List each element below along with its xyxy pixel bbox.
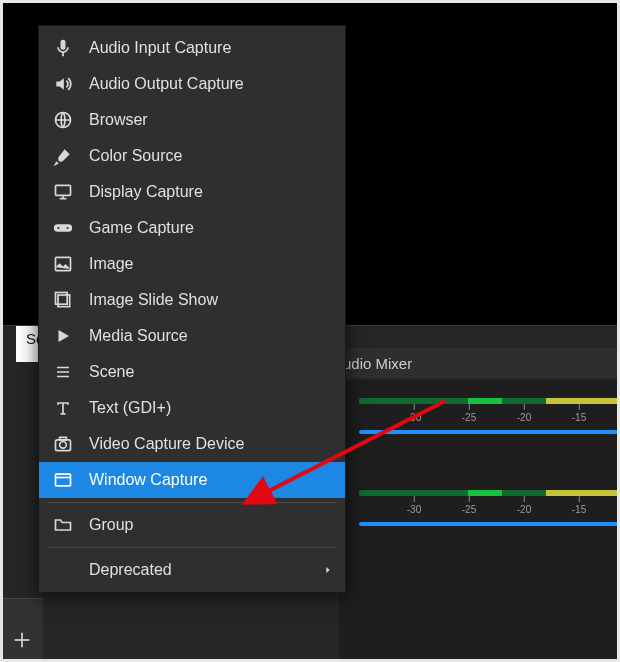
window-icon bbox=[51, 468, 75, 492]
menu-item-window-capture[interactable]: Window Capture bbox=[39, 462, 345, 498]
slideshow-icon bbox=[51, 288, 75, 312]
menu-item-label: Display Capture bbox=[89, 183, 203, 201]
menu-item-label: Group bbox=[89, 516, 133, 534]
sources-toolbar bbox=[3, 598, 43, 659]
menu-item-label: Image Slide Show bbox=[89, 291, 218, 309]
ruler-tick: -30 bbox=[407, 496, 421, 515]
menu-item-image-slide-show[interactable]: Image Slide Show bbox=[39, 282, 345, 318]
menu-item-label: Window Capture bbox=[89, 471, 207, 489]
svg-rect-19 bbox=[56, 474, 71, 486]
menu-item-group[interactable]: Group bbox=[39, 507, 345, 543]
menu-item-label: Game Capture bbox=[89, 219, 194, 237]
menu-separator bbox=[47, 547, 337, 548]
menu-item-label: Audio Output Capture bbox=[89, 75, 244, 93]
play-icon bbox=[51, 324, 75, 348]
ruler-tick: -15 bbox=[572, 496, 586, 515]
add-source-button[interactable] bbox=[11, 629, 33, 651]
globe-icon bbox=[51, 108, 75, 132]
ruler-tick: -20 bbox=[517, 496, 531, 515]
menu-item-label: Browser bbox=[89, 111, 148, 129]
menu-item-label: Video Capture Device bbox=[89, 435, 244, 453]
svg-rect-4 bbox=[56, 185, 71, 195]
menu-item-color-source[interactable]: Color Source bbox=[39, 138, 345, 174]
gamepad-icon bbox=[51, 216, 75, 240]
menu-item-image[interactable]: Image bbox=[39, 246, 345, 282]
audio-mixer-dock-header[interactable]: udio Mixer bbox=[339, 348, 617, 378]
menu-item-label: Media Source bbox=[89, 327, 188, 345]
menu-item-game-capture[interactable]: Game Capture bbox=[39, 210, 345, 246]
list-icon bbox=[51, 360, 75, 384]
menu-item-audio-input-capture[interactable]: Audio Input Capture bbox=[39, 30, 345, 66]
ruler-tick: -30 bbox=[407, 404, 421, 423]
menu-item-label: Color Source bbox=[89, 147, 182, 165]
audio-mixer-panel: -30 -25 -20 -15 -30 -25 -20 -15 bbox=[339, 380, 617, 659]
svg-point-9 bbox=[66, 227, 68, 229]
menu-item-audio-output-capture[interactable]: Audio Output Capture bbox=[39, 66, 345, 102]
image-icon bbox=[51, 252, 75, 276]
svg-point-8 bbox=[57, 227, 59, 229]
menu-item-media-source[interactable]: Media Source bbox=[39, 318, 345, 354]
menu-item-scene[interactable]: Scene bbox=[39, 354, 345, 390]
text-icon bbox=[51, 396, 75, 420]
svg-rect-7 bbox=[54, 224, 72, 231]
svg-rect-2 bbox=[62, 52, 64, 55]
menu-item-deprecated[interactable]: Deprecated bbox=[39, 552, 345, 588]
audio-slider[interactable] bbox=[359, 522, 617, 526]
menu-item-label: Audio Input Capture bbox=[89, 39, 231, 57]
menu-item-browser[interactable]: Browser bbox=[39, 102, 345, 138]
submenu-arrow-icon bbox=[323, 561, 333, 579]
menu-item-display-capture[interactable]: Display Capture bbox=[39, 174, 345, 210]
add-source-context-menu: Audio Input Capture Audio Output Capture… bbox=[38, 25, 346, 593]
menu-item-label: Text (GDI+) bbox=[89, 399, 171, 417]
ruler-tick: -20 bbox=[517, 404, 531, 423]
microphone-icon bbox=[51, 36, 75, 60]
ruler-tick: -25 bbox=[462, 404, 476, 423]
menu-item-video-capture-device[interactable]: Video Capture Device bbox=[39, 426, 345, 462]
menu-item-label: Image bbox=[89, 255, 133, 273]
svg-rect-18 bbox=[60, 437, 67, 440]
menu-item-text-gdi[interactable]: Text (GDI+) bbox=[39, 390, 345, 426]
svg-point-17 bbox=[60, 442, 67, 449]
menu-item-label: Scene bbox=[89, 363, 134, 381]
audio-meter-ruler: -30 -25 -20 -15 bbox=[359, 496, 617, 520]
speaker-icon bbox=[51, 72, 75, 96]
folder-icon bbox=[51, 513, 75, 537]
camera-icon bbox=[51, 432, 75, 456]
brush-icon bbox=[51, 144, 75, 168]
audio-slider[interactable] bbox=[359, 430, 617, 434]
monitor-icon bbox=[51, 180, 75, 204]
ruler-tick: -25 bbox=[462, 496, 476, 515]
audio-meter-ruler: -30 -25 -20 -15 bbox=[359, 404, 617, 428]
menu-separator bbox=[47, 502, 337, 503]
menu-item-label: Deprecated bbox=[89, 561, 172, 579]
ruler-tick: -15 bbox=[572, 404, 586, 423]
